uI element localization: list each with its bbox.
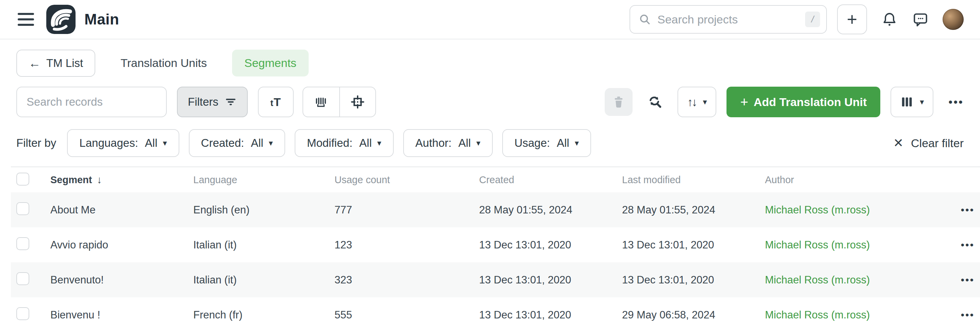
chevron-down-icon: ▾ (377, 138, 382, 148)
search-projects-input[interactable] (657, 13, 805, 26)
table-row[interactable]: About Me English (en) 777 28 May 01:55, … (11, 192, 980, 227)
cell-usage-count: 555 (334, 309, 479, 321)
cell-segment: Avvio rapido (50, 239, 193, 251)
filters-button[interactable]: Filters (177, 87, 248, 117)
search-replace-icon (647, 94, 662, 110)
chat-messages-icon[interactable] (912, 11, 929, 28)
toolbar-more-icon[interactable]: ••• (948, 95, 964, 109)
select-all-checkbox[interactable] (16, 173, 29, 185)
column-header-last-modified[interactable]: Last modified (622, 174, 765, 185)
user-avatar[interactable] (943, 9, 964, 30)
search-records-input[interactable] (27, 95, 156, 108)
back-to-tm-list-button[interactable]: ← TM List (16, 50, 95, 77)
cell-last-modified: 13 Dec 13:01, 2020 (622, 239, 765, 251)
column-header-language[interactable]: Language (193, 174, 334, 185)
filter-lines-icon (224, 96, 237, 108)
close-icon: ✕ (893, 136, 904, 150)
filter-author-dropdown[interactable]: Author: All ▾ (403, 129, 493, 157)
row-checkbox[interactable] (16, 272, 29, 285)
chevron-down-icon: ▾ (163, 138, 167, 148)
add-translation-unit-label: Add Translation Unit (754, 95, 867, 109)
cell-language: English (en) (193, 204, 334, 216)
cell-segment: Bienvenu ! (50, 309, 193, 321)
search-and-replace-button[interactable] (647, 94, 662, 110)
tab-segments[interactable]: Segments (232, 50, 309, 76)
app-logo (46, 5, 76, 34)
segment-markers-toggle-button[interactable] (339, 87, 375, 117)
filter-value: All (557, 136, 569, 149)
row-more-icon[interactable]: ••• (944, 309, 975, 321)
filter-modified-dropdown[interactable]: Modified: All ▾ (295, 129, 394, 157)
columns-icon (900, 95, 914, 109)
chevron-down-icon: ▾ (703, 97, 707, 107)
author-link[interactable]: Michael Ross (m.ross) (765, 204, 870, 216)
cell-created: 13 Dec 13:01, 2020 (479, 309, 622, 321)
whitespace-characters-icon (314, 95, 329, 109)
delete-button[interactable] (605, 88, 633, 116)
notifications-bell-icon[interactable] (881, 11, 898, 27)
author-link[interactable]: Michael Ross (m.ross) (765, 239, 870, 251)
search-icon (638, 13, 651, 26)
row-more-icon[interactable]: ••• (944, 274, 975, 286)
breadcrumb-tabs-row: ← TM List Translation Units Segments (0, 40, 980, 87)
search-records-box (16, 87, 167, 117)
filter-value: All (251, 136, 263, 149)
filter-value: All (458, 136, 471, 149)
chevron-down-icon: ▾ (575, 138, 579, 148)
whitespace-characters-toggle-button[interactable] (303, 87, 339, 117)
hamburger-menu-icon[interactable] (16, 12, 35, 27)
table-row[interactable]: Avvio rapido Italian (it) 123 13 Dec 13:… (11, 227, 980, 262)
search-projects-box: / (630, 5, 827, 34)
sort-button[interactable]: ↑↓ ▾ (678, 87, 716, 117)
view-options-group (302, 87, 376, 117)
filter-languages-dropdown[interactable]: Languages: All ▾ (67, 129, 179, 157)
cell-language: French (fr) (193, 309, 334, 321)
row-more-icon[interactable]: ••• (944, 239, 975, 251)
column-header-author[interactable]: Author (765, 174, 944, 185)
clear-filter-label: Clear filter (911, 136, 964, 150)
text-case-icon: tT (270, 95, 281, 109)
author-link[interactable]: Michael Ross (m.ross) (765, 309, 870, 321)
filter-name: Languages: (79, 136, 138, 149)
row-more-icon[interactable]: ••• (944, 204, 975, 216)
add-translation-unit-button[interactable]: + Add Translation Unit (727, 87, 880, 117)
column-header-segment[interactable]: Segment ↓ (50, 174, 193, 185)
cell-created: 13 Dec 13:01, 2020 (479, 274, 622, 286)
filter-created-dropdown[interactable]: Created: All ▾ (189, 129, 285, 157)
filters-button-label: Filters (188, 95, 218, 108)
column-header-created[interactable]: Created (479, 174, 622, 185)
chevron-down-icon: ▾ (920, 97, 924, 107)
segment-frame-icon (350, 95, 365, 109)
filter-usage-dropdown[interactable]: Usage: All ▾ (502, 129, 591, 157)
column-header-usage-count[interactable]: Usage count (334, 174, 479, 185)
table-row[interactable]: Bienvenu ! French (fr) 555 13 Dec 13:01,… (11, 297, 980, 331)
cell-created: 28 May 01:55, 2024 (479, 204, 622, 216)
cell-created: 13 Dec 13:01, 2020 (479, 239, 622, 251)
row-checkbox[interactable] (16, 307, 29, 320)
filter-name: Modified: (307, 136, 353, 149)
chevron-down-icon: ▾ (476, 138, 480, 148)
row-checkbox[interactable] (16, 237, 29, 250)
columns-button[interactable]: ▾ (891, 87, 933, 117)
tab-translation-units[interactable]: Translation Units (117, 50, 210, 76)
plus-icon: + (740, 95, 748, 109)
text-case-toggle-button[interactable]: tT (258, 87, 294, 117)
row-checkbox[interactable] (16, 202, 29, 215)
filter-name: Author: (415, 136, 452, 149)
back-button-label: TM List (46, 57, 83, 70)
sort-descending-icon: ↓ (97, 174, 102, 185)
filter-bar: Filter by Languages: All ▾ Created: All … (0, 129, 980, 157)
cell-language: Italian (it) (193, 239, 334, 251)
chevron-down-icon: ▾ (269, 138, 273, 148)
cell-last-modified: 13 Dec 13:01, 2020 (622, 274, 765, 286)
cell-usage-count: 323 (334, 274, 479, 286)
cell-segment: Benvenuto! (50, 274, 193, 286)
keyboard-shortcut-badge: / (805, 11, 820, 27)
clear-filter-button[interactable]: ✕ Clear filter (893, 136, 964, 150)
create-new-button[interactable]: + (837, 5, 867, 34)
author-link[interactable]: Michael Ross (m.ross) (765, 274, 870, 286)
table-row[interactable]: Benvenuto! Italian (it) 323 13 Dec 13:01… (11, 262, 980, 297)
cell-last-modified: 28 May 01:55, 2024 (622, 204, 765, 216)
cell-last-modified: 29 May 06:58, 2024 (622, 309, 765, 321)
cell-usage-count: 123 (334, 239, 479, 251)
